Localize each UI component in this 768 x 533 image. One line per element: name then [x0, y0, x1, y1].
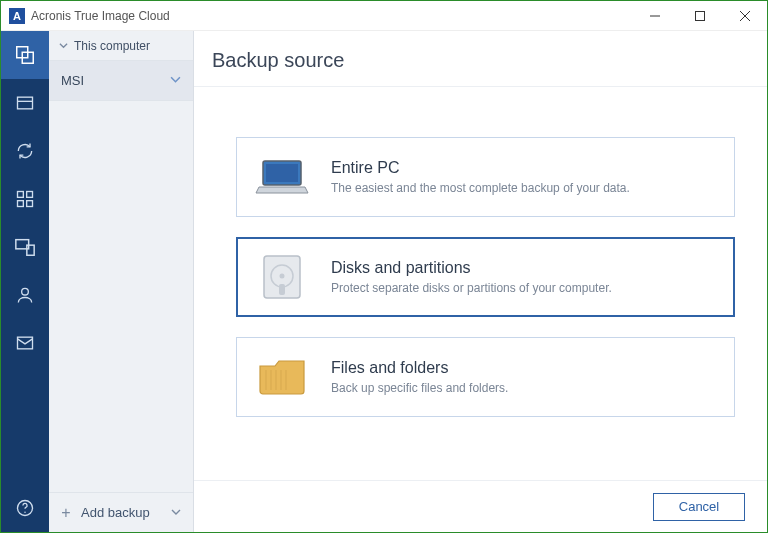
svg-rect-1: [695, 11, 704, 20]
archive-icon: [15, 93, 35, 113]
nav-feedback[interactable]: [1, 319, 49, 367]
close-button[interactable]: [722, 1, 767, 30]
maximize-button[interactable]: [677, 1, 722, 30]
nav-devices[interactable]: [1, 223, 49, 271]
backup-item-label: MSI: [61, 73, 84, 88]
minimize-button[interactable]: [632, 1, 677, 30]
svg-rect-8: [18, 192, 24, 198]
disk-icon: [255, 254, 309, 300]
main-header: Backup source: [194, 31, 767, 87]
svg-rect-23: [279, 284, 285, 295]
source-options: Entire PC The easiest and the most compl…: [194, 87, 767, 480]
sync-icon: [15, 141, 35, 161]
dashboard-icon: [15, 189, 35, 209]
svg-rect-9: [27, 192, 33, 198]
chevron-down-icon: [171, 507, 181, 517]
option-desc: Protect separate disks or partitions of …: [331, 281, 612, 295]
chevron-down-icon: [170, 73, 181, 88]
main-panel: Backup source Entire PC The easiest and …: [194, 31, 767, 532]
nav-sync[interactable]: [1, 127, 49, 175]
svg-rect-10: [18, 201, 24, 207]
laptop-icon: [255, 154, 309, 200]
backup-icon: [14, 44, 36, 66]
option-title: Entire PC: [331, 159, 630, 177]
svg-rect-19: [266, 164, 298, 182]
nav-dashboard[interactable]: [1, 175, 49, 223]
option-title: Disks and partitions: [331, 259, 612, 277]
collapse-icon: [59, 39, 68, 53]
option-text: Entire PC The easiest and the most compl…: [331, 159, 630, 195]
nav-help[interactable]: [1, 484, 49, 532]
page-title: Backup source: [212, 49, 767, 72]
app-icon: A: [9, 8, 25, 24]
svg-point-14: [22, 288, 29, 295]
svg-rect-13: [27, 245, 34, 255]
backup-item-msi[interactable]: MSI: [49, 61, 193, 101]
nav-account[interactable]: [1, 271, 49, 319]
option-files-folders[interactable]: Files and folders Back up specific files…: [236, 337, 735, 417]
option-disks-partitions[interactable]: Disks and partitions Protect separate di…: [236, 237, 735, 317]
option-desc: The easiest and the most complete backup…: [331, 181, 630, 195]
folder-icon: [255, 354, 309, 400]
option-text: Files and folders Back up specific files…: [331, 359, 508, 395]
nav-rail: [1, 31, 49, 532]
svg-rect-6: [18, 97, 33, 109]
window-controls: [632, 1, 767, 30]
app-window: A Acronis True Image Cloud: [0, 0, 768, 533]
option-text: Disks and partitions Protect separate di…: [331, 259, 612, 295]
svg-rect-11: [27, 201, 33, 207]
nav-backup[interactable]: [1, 31, 49, 79]
title-bar: A Acronis True Image Cloud: [1, 1, 767, 31]
plus-icon: +: [57, 504, 75, 522]
main-footer: Cancel: [194, 480, 767, 532]
mail-icon: [15, 333, 35, 353]
option-desc: Back up specific files and folders.: [331, 381, 508, 395]
svg-point-22: [280, 274, 285, 279]
svg-point-17: [24, 511, 26, 513]
add-backup-label: Add backup: [81, 505, 150, 520]
add-backup-button[interactable]: + Add backup: [49, 492, 193, 532]
devices-icon: [14, 236, 36, 258]
option-entire-pc[interactable]: Entire PC The easiest and the most compl…: [236, 137, 735, 217]
nav-archive[interactable]: [1, 79, 49, 127]
maximize-icon: [695, 11, 705, 21]
add-backup-dropdown[interactable]: [167, 505, 185, 520]
backup-list-header-label: This computer: [74, 39, 150, 53]
help-icon: [15, 498, 35, 518]
backup-list-panel: This computer MSI + Add backup: [49, 31, 194, 532]
window-title: Acronis True Image Cloud: [31, 9, 632, 23]
close-icon: [740, 11, 750, 21]
minimize-icon: [650, 11, 660, 21]
svg-rect-15: [18, 337, 33, 349]
user-icon: [15, 285, 35, 305]
backup-list-header[interactable]: This computer: [49, 31, 193, 61]
option-title: Files and folders: [331, 359, 508, 377]
cancel-button[interactable]: Cancel: [653, 493, 745, 521]
app-body: This computer MSI + Add backup Backup so…: [1, 31, 767, 532]
backup-list-body: [49, 101, 193, 492]
cancel-label: Cancel: [679, 499, 719, 514]
